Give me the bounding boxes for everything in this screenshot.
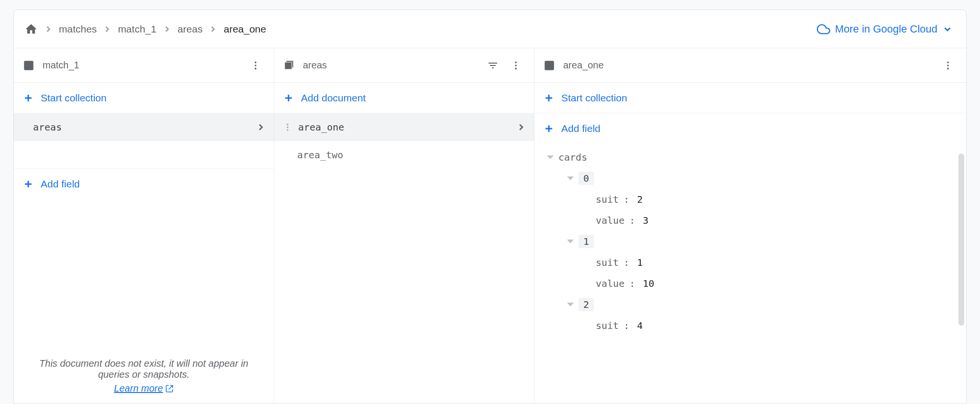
expand-toggle-icon[interactable] [567,240,574,243]
document-notice: This document does not exist, it will no… [14,358,274,404]
column-title: areas [303,60,327,71]
expand-toggle-icon[interactable] [547,155,554,159]
document-item-label: area_two [297,149,343,161]
field-key: suit [596,320,619,331]
document-icon [22,59,35,72]
topbar: matches match_1 areas area_one More in G… [14,10,966,48]
column-title: match_1 [43,60,79,71]
chevron-right-icon [256,122,266,132]
chevron-down-icon [942,24,953,34]
column-collection: areas Add document area_one [274,48,535,404]
chevron-right-icon [516,122,526,132]
document-notice-text: This document does not exist, it will no… [25,358,262,380]
tree-node-field[interactable]: value: 3 [535,210,966,231]
document-icon [543,59,556,72]
document-item-label: area_one [298,121,344,133]
svg-point-10 [947,65,949,66]
plus-icon [283,92,294,104]
overflow-small-icon[interactable] [283,122,292,132]
svg-point-7 [287,126,288,128]
field-key: value [596,215,624,226]
columns: match_1 Start collection areas [14,48,966,404]
add-field-label: Add field [41,178,80,190]
expand-toggle-icon[interactable] [567,176,574,180]
tree-node-array[interactable]: cards [535,147,966,168]
tree-node-field[interactable]: suit: 1 [535,252,966,273]
tree-node-index[interactable]: 2 [535,294,966,315]
learn-more-label: Learn more [114,383,163,394]
scrollbar[interactable] [958,153,964,326]
expand-toggle-icon[interactable] [567,303,574,306]
column-header: areas [274,48,534,83]
breadcrumb-item[interactable]: match_1 [118,23,156,35]
field-value: 4 [637,320,643,331]
breadcrumb-item[interactable]: matches [59,23,97,35]
tree-node-index[interactable]: 1 [535,231,966,252]
column-document-detail: area_one Start collection Add field [535,48,966,404]
start-collection-label: Start collection [561,92,627,104]
plus-icon [22,178,34,190]
breadcrumb-item-current: area_one [223,23,266,35]
tree-node-field[interactable]: suit: 2 [535,189,966,210]
overflow-menu-button[interactable] [506,56,525,75]
document-item[interactable]: area_one [274,113,534,141]
overflow-menu-button[interactable] [938,56,958,75]
chevron-right-icon [44,24,53,34]
array-index-badge: 1 [579,235,594,248]
column-header: area_one [535,48,966,83]
spacer [14,141,274,169]
array-index-badge: 0 [579,172,594,185]
column-document: match_1 Start collection areas [14,48,274,404]
field-key: suit [596,194,619,205]
svg-point-8 [287,129,288,131]
chevron-right-icon [208,24,218,34]
plus-icon [543,123,555,134]
learn-more-link[interactable]: Learn more [114,383,173,394]
field-key: value [596,278,624,289]
svg-point-11 [947,67,949,69]
field-key: suit [596,257,619,268]
filter-button[interactable] [483,56,502,75]
breadcrumb: matches match_1 areas area_one [24,22,266,36]
collection-icon [283,59,295,72]
plus-icon [543,92,555,104]
svg-point-4 [515,65,517,66]
add-field-button[interactable]: Add field [14,169,274,199]
breadcrumb-item[interactable]: areas [178,23,203,35]
start-collection-button[interactable]: Start collection [14,83,274,113]
add-field-button[interactable]: Add field [535,113,966,144]
field-value: 2 [637,194,643,205]
chevron-right-icon [102,24,112,34]
field-value: 1 [637,257,643,268]
svg-point-6 [287,124,288,125]
tree-node-field[interactable]: value: 10 [535,273,966,294]
field-name: cards [558,152,587,163]
home-icon[interactable] [24,22,38,36]
add-document-button[interactable]: Add document [274,83,534,113]
more-in-cloud-button[interactable]: More in Google Cloud [817,22,953,36]
svg-point-0 [255,61,256,63]
svg-point-1 [255,65,256,66]
field-tree: cards 0 suit: 2 value: 3 1 [535,144,966,336]
more-in-cloud-label: More in Google Cloud [835,23,937,35]
column-header: match_1 [14,48,274,83]
svg-point-2 [255,67,256,69]
open-external-icon [165,384,174,393]
add-field-label: Add field [561,123,601,134]
tree-node-field[interactable]: suit: 4 [535,315,966,336]
collection-item-label: areas [33,121,62,133]
add-document-label: Add document [301,92,366,104]
overflow-menu-button[interactable] [246,56,265,75]
plus-icon [22,92,34,104]
array-index-badge: 2 [579,298,594,311]
svg-point-5 [515,67,517,69]
document-item[interactable]: area_two [274,141,534,169]
field-value: 10 [643,278,654,289]
start-collection-button[interactable]: Start collection [535,83,966,113]
chevron-right-icon [162,24,172,34]
column-title: area_one [563,60,604,71]
collection-item[interactable]: areas [14,113,274,141]
svg-point-9 [947,61,949,63]
data-viewer-panel: matches match_1 areas area_one More in G… [13,10,967,404]
tree-node-index[interactable]: 0 [535,168,966,189]
